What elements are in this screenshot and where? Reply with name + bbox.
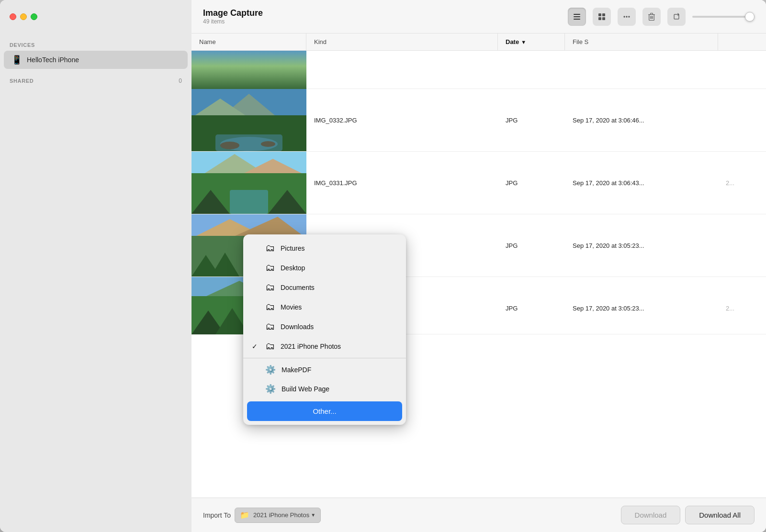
dropdown-item-label: Downloads — [281, 323, 314, 331]
main-content: Image Capture 49 items — [192, 0, 766, 532]
maximize-button[interactable] — [31, 13, 37, 20]
folder-icon: 🗂 — [265, 341, 275, 352]
folder-icon: 📁 — [240, 510, 249, 520]
shared-section: SHARED 0 — [0, 69, 192, 87]
dropdown-item-label: Documents — [281, 284, 315, 291]
title-group: Image Capture 49 items — [203, 8, 263, 25]
kind-cell — [498, 80, 565, 84]
sidebar-titlebar — [0, 0, 192, 33]
dropdown-separator — [243, 358, 406, 358]
col-header-kind[interactable]: Kind — [306, 33, 498, 50]
date-cell: Sep 17, 2020 at 3:05:23... — [565, 240, 718, 251]
dropdown-item-desktop[interactable]: 🗂 Desktop — [243, 258, 406, 277]
svg-point-9 — [628, 16, 630, 17]
svg-rect-12 — [651, 13, 653, 14]
dropdown-item-label: MakePDF — [282, 366, 311, 374]
dropdown-item-label: 2021 iPhone Photos — [281, 343, 341, 350]
dropdown-item-movies[interactable]: 🗂 Movies — [243, 297, 406, 317]
folder-icon: 🗂 — [265, 282, 275, 293]
delete-button[interactable] — [642, 8, 661, 26]
sort-chevron-icon: ▼ — [521, 39, 526, 45]
slider-thumb[interactable] — [745, 12, 755, 22]
trash-icon — [647, 12, 656, 21]
table-row[interactable] — [192, 51, 766, 89]
dropdown-item-downloads[interactable]: 🗂 Downloads — [243, 317, 406, 336]
col-header-filesize[interactable]: File S — [565, 33, 718, 50]
picker-chevron-icon: ▼ — [311, 512, 315, 518]
dropdown-item-buildwebpage[interactable]: ⚙️ Build Web Page — [243, 379, 406, 399]
main-titlebar: Image Capture 49 items — [192, 0, 766, 33]
size-cell — [718, 80, 766, 84]
import-destination-picker[interactable]: 📁 2021 iPhone Photos ▼ — [235, 508, 321, 523]
slider-track — [692, 16, 755, 18]
dropdown-item-documents[interactable]: 🗂 Documents — [243, 277, 406, 297]
svg-rect-2 — [574, 19, 580, 20]
grid-view-button[interactable] — [593, 8, 611, 26]
svg-rect-5 — [598, 17, 601, 20]
svg-rect-3 — [598, 13, 601, 16]
svg-rect-0 — [574, 14, 580, 15]
rotate-icon — [672, 12, 681, 21]
device-name-label: HelloTech iPhone — [27, 56, 79, 64]
kind-cell: JPG — [498, 115, 565, 126]
size-cell: 2... — [718, 177, 766, 188]
date-cell: Sep 17, 2020 at 3:06:46... — [565, 115, 718, 126]
minimize-button[interactable] — [20, 13, 27, 20]
svg-rect-1 — [574, 16, 580, 17]
bottom-action-buttons: Download Download All — [621, 506, 755, 524]
dropdown-item-makepdf[interactable]: ⚙️ MakePDF — [243, 360, 406, 379]
checkmark-icon: ✓ — [252, 343, 259, 350]
import-label: Import To — [203, 511, 231, 519]
list-icon — [573, 12, 581, 21]
size-cell — [718, 244, 766, 247]
kind-cell: JPG — [498, 240, 565, 251]
table-row[interactable]: IMG_0332.JPG JPG Sep 17, 2020 at 3:06:46… — [192, 89, 766, 152]
shared-count: 0 — [179, 78, 182, 84]
more-button[interactable] — [618, 8, 636, 26]
thumbnail-cell — [192, 89, 306, 151]
dropdown-item-label: Movies — [281, 303, 302, 311]
svg-point-23 — [220, 142, 239, 149]
phone-icon: 📱 — [11, 55, 22, 65]
zoom-slider[interactable] — [692, 16, 755, 18]
table-row[interactable]: IMG_0331.JPG JPG Sep 17, 2020 at 3:06:43… — [192, 152, 766, 214]
grid-icon — [597, 12, 606, 21]
dropdown-item-label: Build Web Page — [282, 385, 329, 393]
size-cell — [718, 118, 766, 122]
traffic-lights — [10, 13, 37, 20]
folder-icon: 🗂 — [265, 262, 275, 273]
download-button[interactable]: Download — [621, 506, 681, 524]
import-to-section: Import To 📁 2021 iPhone Photos ▼ — [203, 508, 321, 523]
dropdown-item-label: Desktop — [281, 264, 305, 272]
sidebar: DEVICES 📱 HelloTech iPhone SHARED 0 — [0, 0, 192, 532]
toolbar-buttons — [568, 8, 755, 26]
kind-cell: JPG — [498, 303, 565, 314]
thumb-svg — [192, 89, 306, 151]
list-view-button[interactable] — [568, 8, 586, 26]
import-destination-dropdown[interactable]: 🗂 Pictures 🗂 Desktop 🗂 Documents — [243, 234, 406, 425]
devices-section-label: DEVICES — [0, 33, 192, 51]
other-button[interactable]: Other... — [247, 401, 402, 421]
app-title: Image Capture — [203, 8, 263, 18]
close-button[interactable] — [10, 13, 16, 20]
bottom-bar: Import To 📁 2021 iPhone Photos ▼ Downloa… — [192, 498, 766, 532]
size-cell: 2... — [718, 303, 766, 314]
makepdf-icon: ⚙️ — [265, 365, 276, 375]
app-window: DEVICES 📱 HelloTech iPhone SHARED 0 Imag… — [0, 0, 766, 532]
dropdown-item-pictures[interactable]: 🗂 Pictures — [243, 238, 406, 258]
sidebar-item-device[interactable]: 📱 HelloTech iPhone — [4, 51, 188, 69]
date-cell — [565, 80, 718, 84]
col-header-name[interactable]: Name — [192, 33, 306, 50]
app-subtitle: 49 items — [203, 18, 263, 25]
download-all-button[interactable]: Download All — [685, 506, 755, 524]
filename-cell: IMG_0331.JPG — [306, 177, 498, 188]
folder-icon: 🗂 — [265, 301, 275, 312]
dropdown-item-iphonephotos[interactable]: ✓ 🗂 2021 iPhone Photos — [243, 336, 406, 356]
webpage-icon: ⚙️ — [265, 384, 276, 394]
col-header-date[interactable]: Date ▼ — [498, 33, 565, 50]
thumbnail-cell — [192, 152, 306, 214]
rotate-button[interactable] — [667, 8, 686, 26]
svg-rect-6 — [602, 17, 605, 20]
filename-cell — [306, 80, 498, 84]
filename-cell: IMG_0332.JPG — [306, 115, 498, 126]
